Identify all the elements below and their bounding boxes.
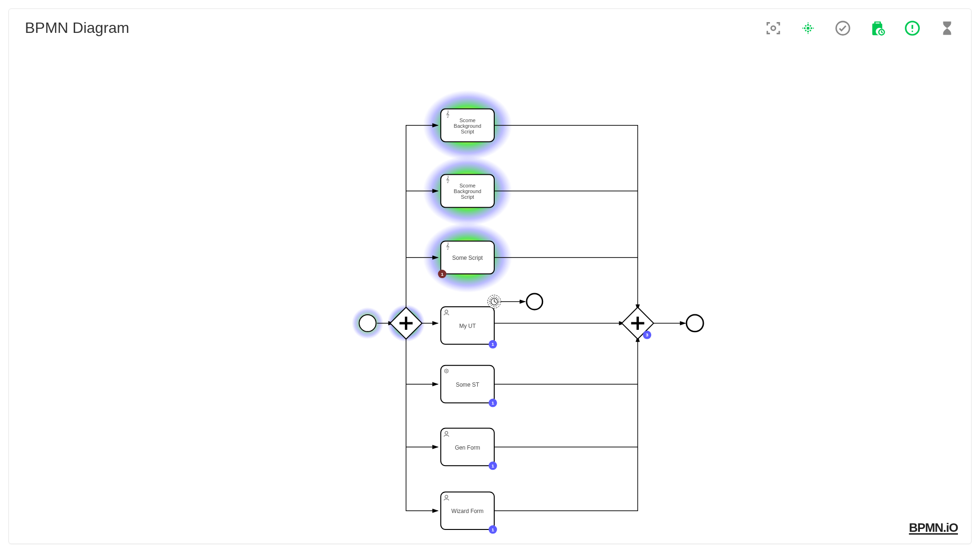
svg-point-19 <box>911 31 913 32</box>
svg-text:Gen Form: Gen Form <box>455 444 480 451</box>
svg-point-25 <box>359 315 376 332</box>
svg-text:1: 1 <box>491 527 494 532</box>
svg-point-2 <box>804 27 806 29</box>
svg-text:Some ST: Some ST <box>456 381 480 388</box>
svg-text:Some Script: Some Script <box>452 255 483 261</box>
svg-text:Wizard Form: Wizard Form <box>451 508 484 514</box>
svg-text:1: 1 <box>491 463 494 468</box>
task-user-wizardform[interactable]: Wizard Form 1 <box>441 492 497 534</box>
task-user-myut[interactable]: My UT 1 <box>441 307 497 349</box>
alert-circle-icon[interactable] <box>904 20 920 36</box>
svg-text:My UT: My UT <box>459 323 476 329</box>
svg-point-66 <box>686 315 703 332</box>
svg-point-11 <box>813 27 814 28</box>
bpmn-io-logo[interactable]: BPMN.iO <box>909 521 958 535</box>
task-script-2[interactable]: 𝄞 ScomeBackgroundScript <box>441 175 494 208</box>
svg-point-9 <box>809 30 811 31</box>
boundary-timer-event[interactable] <box>488 295 501 308</box>
hourglass-icon[interactable] <box>939 20 955 36</box>
svg-text:1: 1 <box>491 342 494 347</box>
svg-point-7 <box>809 25 811 26</box>
start-event[interactable] <box>359 315 376 332</box>
svg-point-4 <box>807 23 809 25</box>
svg-point-6 <box>805 25 806 26</box>
svg-text:3: 3 <box>646 332 649 337</box>
svg-point-5 <box>807 31 809 32</box>
task-script-1[interactable]: 𝄞 ScomeBackgroundScript <box>441 109 494 142</box>
svg-text:𝄞: 𝄞 <box>446 110 450 118</box>
svg-point-10 <box>802 27 803 28</box>
page-title: BPMN Diagram <box>25 19 129 37</box>
task-script-3[interactable]: 𝄞 Some Script 1 <box>438 241 494 278</box>
heatmap-icon[interactable] <box>800 20 816 36</box>
end-event[interactable] <box>686 315 703 332</box>
svg-point-12 <box>808 22 809 23</box>
svg-point-46 <box>527 294 543 310</box>
svg-text:1: 1 <box>491 400 494 405</box>
svg-point-8 <box>805 30 806 31</box>
svg-text:1: 1 <box>441 272 443 277</box>
end-event-timer-branch[interactable] <box>527 294 543 310</box>
card-header: BPMN Diagram <box>9 9 971 37</box>
svg-point-3 <box>810 27 812 29</box>
svg-point-1 <box>807 26 809 29</box>
svg-text:𝄞: 𝄞 <box>446 176 450 183</box>
toolbar <box>765 20 955 36</box>
task-user-genform[interactable]: Gen Form 1 <box>441 428 497 470</box>
diagram-card: BPMN Diagram <box>8 8 972 544</box>
svg-point-13 <box>808 33 809 34</box>
fit-viewport-icon[interactable] <box>765 20 781 36</box>
clipboard-time-icon[interactable] <box>870 20 886 36</box>
gateway-parallel-join[interactable]: 3 <box>622 307 654 339</box>
diagram-canvas[interactable]: 𝄞 ScomeBackgroundScript 𝄞 ScomeBackgroun… <box>9 56 971 544</box>
svg-point-0 <box>771 26 775 30</box>
task-service-somest[interactable]: Some ST 1 <box>441 366 497 407</box>
check-circle-icon[interactable] <box>835 20 851 36</box>
svg-text:𝄞: 𝄞 <box>446 242 450 250</box>
